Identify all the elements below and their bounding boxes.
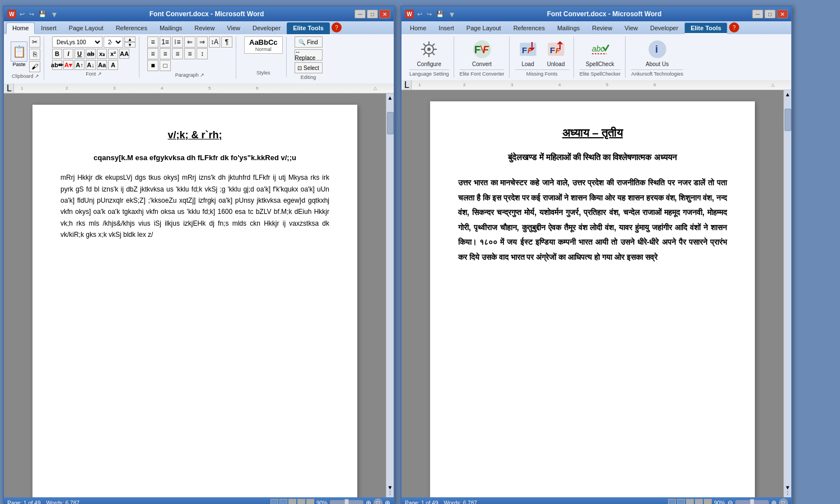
font-size-increase-button[interactable]: A↑ xyxy=(74,60,85,70)
about-button[interactable]: i About Us xyxy=(643,38,671,68)
align-center-button[interactable]: ≡ xyxy=(160,48,171,59)
minimize-button[interactable]: ─ xyxy=(354,10,366,18)
redo-icon[interactable]: ↪ xyxy=(29,11,34,18)
undo-icon-right[interactable]: ↩ xyxy=(417,11,422,18)
view-mode-1[interactable] xyxy=(270,499,278,504)
configure-button[interactable]: Configure xyxy=(415,38,444,68)
save-icon-right[interactable]: 💾 xyxy=(436,11,444,18)
left-scrollbar[interactable]: ▲ ▼ ⋮ xyxy=(386,94,394,497)
tab-references[interactable]: References xyxy=(110,22,153,34)
line-spacing-button[interactable]: ↕ xyxy=(197,48,208,59)
right-scrollbar[interactable]: ▲ ▼ ⋮ xyxy=(783,90,791,497)
align-left-button[interactable]: ≡ xyxy=(147,48,158,59)
zoom-out-button[interactable]: ⊕ xyxy=(385,499,390,504)
underline-button[interactable]: U xyxy=(74,49,85,59)
unload-button[interactable]: F F Unload xyxy=(543,38,569,68)
right-zoom-slider[interactable] xyxy=(735,500,769,504)
right-tab-view[interactable]: View xyxy=(618,22,644,34)
font-size-select[interactable]: 24 xyxy=(104,36,123,48)
align-right-button[interactable]: ≡ xyxy=(172,48,183,59)
right-maximize-button[interactable]: □ xyxy=(764,10,776,18)
view-mode-5[interactable] xyxy=(306,499,314,504)
close-button[interactable]: ✕ xyxy=(379,10,390,18)
left-doc-scroll[interactable]: v/;k; & r`rh; cqansy[k.M esa efgykvksa d… xyxy=(4,94,386,497)
right-tab-references[interactable]: References xyxy=(507,22,551,34)
right-scroll-down-arrow[interactable]: ▼ xyxy=(785,484,791,491)
find-button[interactable]: 🔍 Find xyxy=(295,36,323,48)
superscript-button[interactable]: x² xyxy=(108,49,118,59)
right-view-mode-1[interactable] xyxy=(668,499,676,504)
right-tab-review[interactable]: Review xyxy=(586,22,618,34)
borders-button[interactable]: □ xyxy=(160,60,171,71)
zoom-thumb[interactable] xyxy=(344,499,349,504)
help-button[interactable]: ? xyxy=(332,22,342,32)
right-tab-developer[interactable]: Developer xyxy=(644,22,684,34)
copy-button[interactable]: ⎘ xyxy=(29,49,40,60)
spellcheck-button[interactable]: abc SpellCheck xyxy=(584,38,617,68)
load-button[interactable]: F F Load xyxy=(515,38,541,68)
right-zoom-thumb[interactable] xyxy=(750,499,754,504)
numbering-button[interactable]: 1≡ xyxy=(160,36,171,48)
undo-icon[interactable]: ↩ xyxy=(20,11,25,18)
maximize-button[interactable]: □ xyxy=(367,10,378,18)
right-zoom-in-btn[interactable]: ⊕ xyxy=(771,499,777,504)
right-view-mode-2[interactable] xyxy=(677,499,685,504)
scroll-up-arrow[interactable]: ▲ xyxy=(388,95,393,101)
text-highlight-button[interactable]: ab✏ xyxy=(52,60,62,70)
bullets-button[interactable]: ≡ xyxy=(147,36,158,48)
subscript-button[interactable]: x₂ xyxy=(97,49,107,59)
right-help-button[interactable]: ? xyxy=(729,22,739,32)
right-view-mode-5[interactable] xyxy=(704,499,712,504)
zoom-slider[interactable] xyxy=(330,500,363,504)
tab-elite-tools-left[interactable]: Elite Tools xyxy=(287,22,330,34)
font-color-button[interactable]: A▾ xyxy=(63,60,73,70)
right-zoom-out-btn[interactable]: ⊖ xyxy=(727,499,733,504)
bold-button[interactable]: B xyxy=(52,49,62,59)
scroll-thumb-left[interactable] xyxy=(387,112,394,134)
tab-insert[interactable]: Insert xyxy=(35,22,63,34)
zoom-in-button[interactable]: ⊕ xyxy=(366,499,371,504)
right-doc-scroll[interactable]: अध्याय – तृतीय बुंदेलखण्ड में महिलाओं की… xyxy=(402,90,783,497)
right-tab-mailings[interactable]: Mailings xyxy=(551,22,586,34)
tab-view[interactable]: View xyxy=(221,22,246,34)
right-close-button[interactable]: ✕ xyxy=(777,10,788,18)
show-hide-button[interactable]: ¶ xyxy=(221,36,232,48)
paste-button[interactable]: 📋 Paste xyxy=(11,41,27,67)
multilevel-list-button[interactable]: ⁞≡ xyxy=(172,36,183,48)
tab-mailings[interactable]: Mailings xyxy=(153,22,188,34)
increase-indent-button[interactable]: ⇒ xyxy=(197,36,208,48)
view-mode-2[interactable] xyxy=(279,499,287,504)
justify-button[interactable]: ≡ xyxy=(184,48,195,59)
right-tab-home[interactable]: Home xyxy=(404,22,432,34)
format-painter-button[interactable]: 🖌 xyxy=(29,61,40,72)
change-case-button[interactable]: AA xyxy=(119,49,129,59)
tab-home[interactable]: Home xyxy=(6,22,35,34)
select-button[interactable]: ⊡ Select xyxy=(295,62,323,73)
view-mode-4[interactable] xyxy=(297,499,305,504)
view-mode-3[interactable] xyxy=(288,499,296,504)
redo-icon-right[interactable]: ↪ xyxy=(427,11,432,18)
tab-page-layout[interactable]: Page Layout xyxy=(63,22,110,34)
tab-review[interactable]: Review xyxy=(188,22,221,34)
right-tab-page-layout[interactable]: Page Layout xyxy=(460,22,507,34)
clear-format-button[interactable]: Aa xyxy=(97,60,107,70)
font-size-up[interactable]: ▲ xyxy=(124,36,136,42)
right-view-mode-3[interactable] xyxy=(686,499,694,504)
italic-button[interactable]: I xyxy=(63,49,73,59)
save-icon[interactable]: 💾 xyxy=(39,11,46,18)
font-name-select[interactable]: DevLys 100 xyxy=(52,36,102,48)
font-size-decrease-button[interactable]: A↓ xyxy=(86,60,96,70)
shading-button[interactable]: ■ xyxy=(147,60,158,71)
cut-button[interactable]: ✂ xyxy=(29,36,40,48)
styles-box[interactable]: AaBbCc Normal xyxy=(244,36,283,54)
scroll-down-arrow[interactable]: ▼ xyxy=(388,484,393,491)
right-scroll-up-arrow[interactable]: ▲ xyxy=(785,91,791,97)
right-tab-elite-tools[interactable]: Elite Tools xyxy=(684,22,727,34)
sort-button[interactable]: ↕A xyxy=(209,36,220,48)
convert-button[interactable]: F F Convert xyxy=(469,38,495,68)
text-effect-button[interactable]: A xyxy=(108,60,118,70)
tab-developer[interactable]: Developer xyxy=(246,22,287,34)
strikethrough-button[interactable]: ab xyxy=(86,49,96,59)
right-minimize-button[interactable]: ─ xyxy=(752,10,763,18)
scroll-thumb-right[interactable] xyxy=(785,109,791,131)
